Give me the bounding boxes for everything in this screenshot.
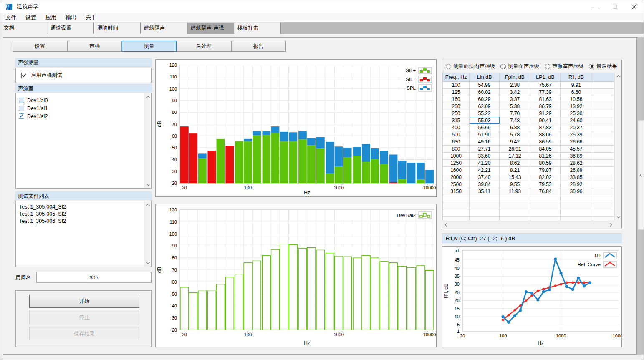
table-cell[interactable]: 90.41 [530, 117, 561, 124]
table-cell[interactable] [470, 202, 500, 209]
menu-item-3[interactable]: 输出 [66, 14, 76, 21]
channel-item-0[interactable]: Dev1/ai0 [16, 96, 151, 104]
table-cell[interactable]: 79.53 [530, 181, 561, 188]
table-cell[interactable]: 33.60 [470, 152, 500, 159]
table-vertical-scrollbar[interactable] [614, 73, 621, 221]
table-cell[interactable] [592, 159, 614, 166]
menu-item-1[interactable]: 设置 [25, 14, 36, 21]
table-cell[interactable] [592, 117, 614, 124]
table-cell[interactable]: 2500 [443, 181, 470, 188]
table-cell[interactable]: 9.42 [500, 138, 530, 145]
table-cell[interactable] [592, 131, 614, 138]
table-cell[interactable]: 3150 [443, 188, 470, 195]
scroll-down-button[interactable] [144, 181, 152, 188]
tab-3[interactable]: 建筑隔声 [141, 22, 187, 34]
table-cell[interactable]: 60.02 [470, 88, 500, 96]
table-cell[interactable]: 7.48 [500, 117, 530, 124]
table-cell[interactable]: 250 [443, 110, 470, 117]
table-cell[interactable]: 28.92 [561, 181, 592, 188]
table-cell[interactable] [592, 124, 614, 131]
table-cell[interactable]: 36.89 [561, 152, 592, 159]
table-cell[interactable]: 81.26 [530, 152, 561, 159]
table-cell[interactable] [530, 195, 561, 202]
table-cell[interactable]: 28.62 [561, 159, 592, 166]
table-cell[interactable]: 55.22 [470, 110, 500, 117]
subtab-4[interactable]: 报告 [231, 41, 286, 52]
table-cell[interactable]: 60.29 [470, 96, 500, 103]
table-cell[interactable]: 91.29 [530, 110, 561, 117]
channel-list-scrollbar[interactable] [144, 93, 151, 188]
table-horizontal-scrollbar[interactable] [442, 221, 614, 228]
table-cell[interactable]: 5.38 [500, 103, 530, 110]
channel-checkbox[interactable] [19, 113, 24, 119]
table-cell[interactable]: 1250 [443, 159, 470, 166]
table-cell[interactable]: 25.30 [561, 110, 592, 117]
table-cell[interactable] [592, 188, 614, 195]
table-cell[interactable]: 37.40 [470, 174, 500, 181]
table-cell[interactable]: 55.03 [470, 117, 500, 124]
room-name-input[interactable] [36, 272, 152, 283]
table-cell[interactable]: 20.37 [561, 124, 592, 131]
menu-item-4[interactable]: 关于 [86, 14, 96, 21]
tab-4[interactable]: 建筑隔声-声强 [187, 22, 234, 34]
table-cell[interactable]: 76.84 [530, 188, 561, 195]
table-cell[interactable]: 400 [443, 124, 470, 131]
table-cell[interactable] [592, 81, 614, 88]
table-cell[interactable] [530, 216, 561, 221]
table-cell[interactable]: 9.91 [561, 81, 592, 88]
file-item-0[interactable]: Test 1_305-004_SI2 [16, 204, 151, 211]
table-cell[interactable] [470, 195, 500, 202]
table-cell[interactable]: 26.66 [561, 138, 592, 145]
file-item-2[interactable]: Test 1_305-006_SI2 [16, 218, 151, 225]
tab-5[interactable]: 楼板打击 [234, 22, 281, 34]
table-cell[interactable]: 100 [443, 81, 470, 88]
table-cell[interactable]: 54.99 [470, 81, 500, 88]
table-cell[interactable]: 3.37 [500, 96, 530, 103]
table-cell[interactable] [592, 216, 614, 221]
table-cell[interactable]: 62.09 [470, 103, 500, 110]
table-cell[interactable]: 13.92 [561, 103, 592, 110]
table-cell[interactable] [592, 195, 614, 202]
table-cell[interactable] [592, 96, 614, 103]
collapse-panel-button[interactable] [638, 120, 644, 230]
table-cell[interactable]: 33.85 [561, 174, 592, 181]
enable-intensity-checkbox[interactable] [21, 73, 27, 78]
table-cell[interactable]: 75.67 [530, 81, 561, 88]
table-cell[interactable]: 1600 [443, 166, 470, 174]
scroll-up-button[interactable] [144, 93, 152, 101]
table-cell[interactable]: 500 [443, 131, 470, 138]
table-cell[interactable]: 160 [443, 96, 470, 103]
table-cell[interactable] [500, 195, 530, 202]
table-cell[interactable]: 9.55 [500, 181, 530, 188]
table-cell[interactable] [592, 110, 614, 117]
tab-0[interactable]: 文档 [0, 22, 47, 34]
table-cell[interactable]: 56.69 [470, 124, 500, 131]
table-cell[interactable]: 6.88 [500, 124, 530, 131]
file-item-1[interactable]: Test 1_305-005_SI2 [16, 211, 151, 218]
channel-item-2[interactable]: Dev1/ai2 [16, 112, 151, 120]
table-cell[interactable]: 35.11 [470, 188, 500, 195]
table-cell[interactable] [500, 202, 530, 209]
table-cell[interactable] [443, 209, 470, 216]
menu-item-2[interactable]: 应用 [45, 14, 56, 21]
table-cell[interactable]: 200 [443, 103, 470, 110]
start-button[interactable]: 开始 [29, 295, 139, 308]
table-cell[interactable]: 79.87 [530, 166, 561, 174]
save-results-button[interactable]: 保存结果 [29, 327, 139, 340]
table-cell[interactable] [561, 209, 592, 216]
table-cell[interactable]: 17.12 [500, 152, 530, 159]
channel-item-1[interactable]: Dev1/ai1 [16, 104, 151, 112]
table-cell[interactable]: 125 [443, 88, 470, 96]
table-cell[interactable]: 87.83 [530, 124, 561, 131]
radio-option-0[interactable]: 测量面法向声强级 [446, 63, 495, 70]
table-cell[interactable]: 15.43 [500, 174, 530, 181]
subtab-3[interactable]: 后处理 [177, 41, 231, 52]
table-cell[interactable] [443, 202, 470, 209]
table-cell[interactable] [530, 202, 561, 209]
table-cell[interactable]: 80.59 [530, 159, 561, 166]
table-cell[interactable]: 27.71 [470, 145, 500, 152]
minimize-button[interactable] [586, 0, 605, 13]
table-cell[interactable]: 49.16 [470, 138, 500, 145]
table-cell[interactable]: 45.57 [561, 145, 592, 152]
tab-2[interactable]: 混响时间 [94, 22, 141, 34]
